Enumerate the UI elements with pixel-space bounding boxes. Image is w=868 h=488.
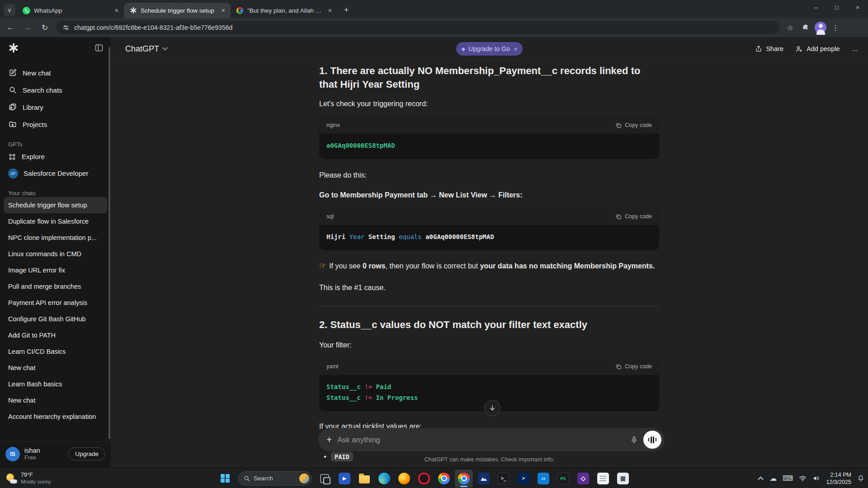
sidebar-item-label: Salesforce Developer [24,169,88,177]
badge-close-icon[interactable]: × [514,46,518,52]
tray-chevron-up-icon[interactable] [758,476,764,480]
taskbar-icon-terminal[interactable]: >_ [495,469,513,488]
taskbar-icon-firefox[interactable] [395,469,413,488]
maximize-button[interactable]: □ [826,0,847,14]
search-highlight-icon[interactable] [299,474,309,483]
taskbar-icon-edge[interactable] [375,469,393,488]
share-icon [755,45,762,52]
chat-list-item[interactable]: Account hierarchy explanation [4,408,107,425]
touch-keyboard-icon[interactable]: ⌨ [783,474,793,483]
chat-list-item[interactable]: Payment API error analysis [4,295,107,311]
site-info-icon[interactable] [62,24,70,31]
sidebar-scrollbar[interactable] [108,47,110,439]
chat-list-item[interactable]: Add Git to PATH [4,327,107,343]
taskbar-icon-task-view[interactable] [316,469,334,488]
sidebar-item-explore[interactable]: Explore [4,148,107,165]
chat-list-item[interactable]: Schedule trigger flow setup [4,197,107,213]
start-button[interactable] [216,469,234,488]
composer[interactable]: + [318,428,665,451]
chat-list-item[interactable]: NPC clone implementation p... [4,230,107,246]
copy-code-button[interactable]: Copy code [616,213,652,220]
taskbar-icon-file-explorer[interactable] [355,469,373,488]
code-block-sql: sql Copy code Hijri Year Setting equals … [319,208,659,250]
onedrive-icon[interactable]: ☁ [769,474,777,483]
sidebar-item-new-chat[interactable]: New chat [4,64,107,81]
sidebar-collapse-icon[interactable] [94,43,104,52]
taskbar-icon-calculator[interactable]: ▦ [614,469,632,488]
tab-title: Schedule trigger flow setup [141,7,217,14]
chat-list-item[interactable]: Learn CI/CD Basics [4,343,107,360]
volume-icon[interactable] [812,475,820,482]
close-button[interactable]: × [847,0,868,14]
chat-list-item[interactable]: Image URL error fix [4,262,107,278]
chat-list-item[interactable]: New chat [4,360,107,376]
tab-close-button[interactable]: × [221,7,226,14]
account-row[interactable]: IS ishan Free Upgrade [0,441,111,466]
chat-list-item[interactable]: Duplicate flow in Salesforce [4,213,107,230]
chat-list-item[interactable]: Learn Bash basics [4,376,107,392]
browser-menu-icon[interactable]: ⋮ [829,21,842,34]
reload-button[interactable]: ↻ [38,21,52,34]
copy-code-button[interactable]: Copy code [616,122,652,128]
wifi-icon[interactable] [799,475,807,482]
taskbar-icon-opera[interactable] [415,469,433,488]
back-button[interactable]: ← [4,21,17,34]
share-button[interactable]: Share [755,45,783,52]
chat-list-item[interactable]: Configure Git Bash GitHub [4,311,107,327]
sidebar-item-salesforce-developer[interactable]: SF Salesforce Developer [4,165,107,182]
minimize-button[interactable]: – [806,0,826,14]
tab-google[interactable]: "But they plan, and Allah plans. × [231,3,337,18]
add-people-button[interactable]: Add people [795,45,840,53]
attach-plus-icon[interactable]: + [326,434,332,445]
notifications-bell-icon[interactable] [857,474,864,482]
taskbar-icon-powershell[interactable]: > [514,469,533,488]
tab-search-button[interactable]: ∨ [4,4,15,16]
model-switcher[interactable]: ChatGPT [125,44,168,54]
taskbar-search[interactable]: Search [238,471,312,486]
sidebar-item-search-chats[interactable]: Search chats [4,81,107,99]
scroll-to-bottom-button[interactable] [484,400,500,416]
system-tray: ☁ ⌨ 2:14 PM 12/3/2025 [758,468,864,488]
voice-mode-button[interactable] [643,431,661,449]
bookmark-star-icon[interactable]: ☆ [784,21,797,34]
sidebar-item-projects[interactable]: Projects [4,116,107,133]
weather-icon [5,473,17,484]
tab-close-button[interactable]: × [114,7,119,14]
taskbar-icon-chrome[interactable] [435,469,453,488]
copy-icon [616,122,622,128]
section-heading-2: 2. Status__c values do NOT match your fi… [319,318,659,332]
chatgpt-logo-icon[interactable] [8,42,19,53]
chat-list-item[interactable]: Pull and merge branches [4,278,107,295]
conversation-menu-icon[interactable]: … [852,45,859,52]
paragraph-bold: Go to Membership Payment tab → New List … [319,190,659,201]
browser-profile-avatar[interactable] [815,22,826,33]
taskbar-icon-pycharm[interactable]: PC [554,469,572,488]
taskbar-icon-chrome-active[interactable] [455,469,473,488]
extensions-icon[interactable] [799,21,812,34]
new-tab-button[interactable]: + [340,4,353,16]
copy-code-button[interactable]: Copy code [616,363,652,370]
tab-chatgpt-active[interactable]: Schedule trigger flow setup × [124,3,231,18]
chat-list-item[interactable]: Linux commands in CMD [4,246,107,262]
forward-button[interactable]: → [21,21,34,34]
taskbar-icon-notepad[interactable] [594,469,612,488]
weather-widget[interactable]: 79°F Mostly sunny [5,468,51,488]
taskbar-icon-visual-studio[interactable]: ◇ [574,469,592,488]
taskbar-icon-movies-tv[interactable]: ▶ [335,469,354,488]
clock[interactable]: 2:14 PM 12/3/2025 [826,471,851,486]
new-chat-icon [8,69,17,77]
taskbar-icon-vscode[interactable]: ‹› [534,469,552,488]
address-bar[interactable]: chatgpt.com/c/692fc8be-e104-8321-af3e-b5… [56,21,779,34]
library-icon [8,103,17,111]
taskbar-icon-photos[interactable] [475,469,493,488]
photos-icon [478,473,490,484]
dictate-mic-icon[interactable] [626,432,642,447]
chat-list-item[interactable]: New chat [4,392,107,408]
tab-close-button[interactable]: × [327,7,333,14]
message-input[interactable] [337,436,626,444]
chevron-down-icon [162,47,168,51]
sidebar-item-library[interactable]: Library [4,99,107,116]
upgrade-button[interactable]: Upgrade [68,447,105,460]
upgrade-to-go-badge[interactable]: ◆ Upgrade to Go × [456,42,523,56]
tab-whatsapp[interactable]: WhatsApp × [17,3,124,18]
